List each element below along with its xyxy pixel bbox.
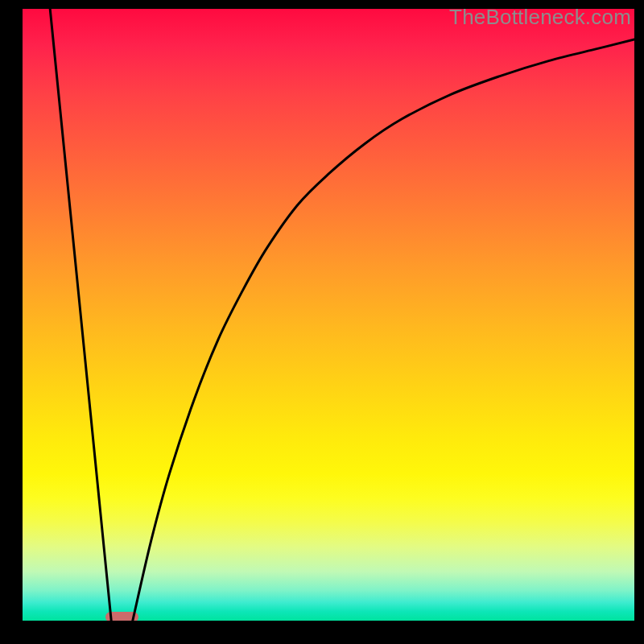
chart-frame: TheBottleneck.com: [0, 0, 644, 644]
bottleneck-curve: [23, 9, 634, 621]
plot-area: [23, 9, 634, 621]
watermark-text: TheBottleneck.com: [449, 5, 631, 30]
